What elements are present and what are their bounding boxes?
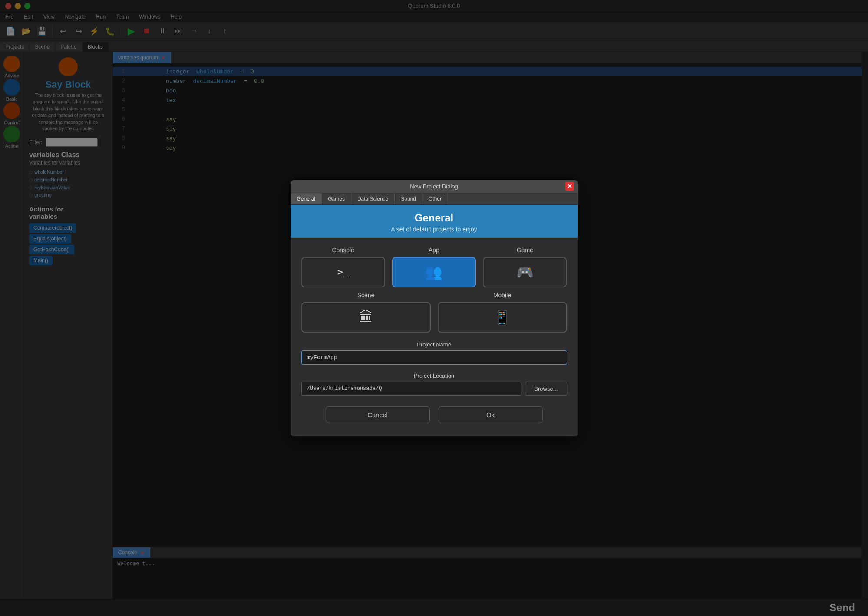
modal-title-bar: New Project Dialog ✕ bbox=[291, 180, 578, 193]
game-type-icon: 🎮 bbox=[516, 264, 534, 280]
cancel-button[interactable]: Cancel bbox=[326, 406, 430, 423]
modal-close-button[interactable]: ✕ bbox=[565, 182, 574, 191]
project-location-section: Project Location Browse... bbox=[291, 371, 578, 398]
project-name-input[interactable] bbox=[301, 350, 567, 365]
project-types-row2: Scene 🏛 Mobile 📱 bbox=[291, 292, 578, 339]
new-project-dialog: New Project Dialog ✕ General Games Data … bbox=[291, 180, 578, 436]
app-type-icon: 👥 bbox=[425, 264, 442, 280]
project-name-section: Project Name bbox=[291, 339, 578, 366]
ok-button[interactable]: Ok bbox=[439, 406, 543, 423]
game-type-label: Game bbox=[517, 247, 533, 254]
console-type-label: Console bbox=[332, 247, 354, 254]
mobile-type-button[interactable]: 📱 bbox=[438, 302, 567, 333]
project-type-app: App 👥 bbox=[392, 247, 476, 287]
project-type-mobile: Mobile 📱 bbox=[438, 292, 567, 333]
project-type-console: Console >_ bbox=[301, 247, 385, 287]
browse-button[interactable]: Browse... bbox=[525, 382, 567, 396]
modal-body: General A set of default projects to enj… bbox=[291, 205, 578, 436]
project-location-input[interactable] bbox=[301, 382, 522, 396]
project-location-label: Project Location bbox=[301, 372, 567, 379]
project-location-row: Browse... bbox=[301, 382, 567, 396]
scene-type-label: Scene bbox=[357, 292, 375, 299]
mobile-type-icon: 📱 bbox=[494, 309, 511, 326]
modal-general-title: General bbox=[300, 212, 569, 224]
scene-type-icon: 🏛 bbox=[359, 309, 373, 325]
modal-footer: Cancel Ok bbox=[291, 398, 578, 428]
modal-overlay: New Project Dialog ✕ General Games Data … bbox=[0, 0, 868, 616]
modal-tabs: General Games Data Science Sound Other bbox=[291, 193, 578, 205]
modal-tab-games[interactable]: Games bbox=[322, 193, 351, 204]
modal-title: New Project Dialog bbox=[410, 183, 458, 190]
modal-tab-datascience[interactable]: Data Science bbox=[351, 193, 395, 204]
app-type-button[interactable]: 👥 bbox=[392, 257, 476, 287]
project-name-label: Project Name bbox=[301, 341, 567, 348]
console-type-icon: >_ bbox=[337, 267, 349, 277]
project-type-scene: Scene 🏛 bbox=[301, 292, 431, 333]
scene-type-button[interactable]: 🏛 bbox=[301, 302, 431, 333]
modal-general-header: General A set of default projects to enj… bbox=[291, 205, 578, 238]
modal-tab-other[interactable]: Other bbox=[422, 193, 448, 204]
mobile-type-label: Mobile bbox=[493, 292, 511, 299]
project-type-game: Game 🎮 bbox=[483, 247, 567, 287]
modal-tab-sound[interactable]: Sound bbox=[395, 193, 422, 204]
project-types-row1: Console >_ App 👥 Game 🎮 bbox=[291, 238, 578, 292]
modal-general-subtitle: A set of default projects to enjoy bbox=[300, 226, 569, 233]
game-type-button[interactable]: 🎮 bbox=[483, 257, 567, 287]
app-type-label: App bbox=[429, 247, 439, 254]
console-type-button[interactable]: >_ bbox=[301, 257, 385, 287]
modal-tab-general[interactable]: General bbox=[291, 193, 322, 204]
